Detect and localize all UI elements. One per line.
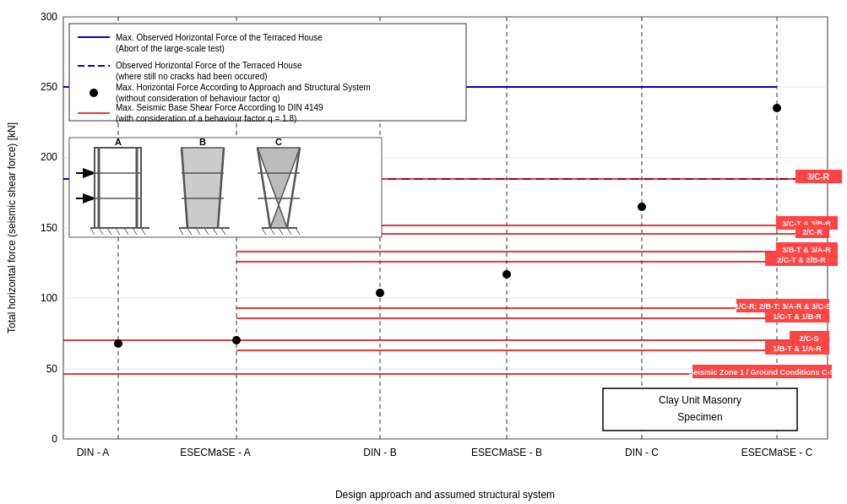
svg-text:Seismic Zone 1 / Ground Condit: Seismic Zone 1 / Ground Conditions C-S [688,368,834,377]
svg-marker-82 [182,148,224,228]
svg-text:A: A [115,137,122,147]
chart-container: 0 50 100 150 200 250 300 Total horizonta… [0,0,847,504]
svg-point-57 [502,270,511,279]
svg-text:Total horizontal force (seismi: Total horizontal force (seismic shear fo… [6,122,18,333]
svg-text:B: B [199,137,206,147]
svg-rect-65 [69,138,382,237]
x-label-esec-b: ESECMaSE - B [471,447,542,458]
legend-text-1b: (Abort of the large-scale test) [116,44,225,53]
x-axis-title: Design approach and assumed structural s… [335,489,555,501]
legend-text-1: Max. Observed Horizontal Force of the Te… [116,33,323,42]
svg-text:50: 50 [46,363,58,375]
svg-text:200: 200 [41,151,57,163]
svg-text:2/C-R: 2/C-R [802,228,823,236]
svg-point-54 [114,339,122,348]
svg-point-59 [773,104,781,112]
svg-text:150: 150 [41,222,57,234]
x-label-din-c: DIN - C [625,447,659,458]
x-label-esec-a: ESECMaSE - A [180,447,250,458]
svg-point-55 [232,336,241,344]
specimen-label-line2: Specimen [677,411,722,423]
legend-text-3b: (without consideration of behaviour fact… [116,94,280,103]
svg-text:250: 250 [41,81,57,93]
legend-text-4b: (with consideration of a behaviour facto… [116,114,296,123]
svg-text:100: 100 [41,292,57,304]
legend-text-2b: (where still no cracks had been occured) [116,72,268,81]
x-label-esec-c: ESECMaSE - C [741,447,813,458]
svg-point-56 [376,289,384,297]
svg-text:C: C [275,137,282,147]
svg-text:1/C-T & 1/B-R: 1/C-T & 1/B-R [773,312,822,321]
svg-text:1/B-T & 1/A-R: 1/B-T & 1/A-R [773,344,822,353]
legend-text-3: Max. Horizontal Force According to Appro… [116,83,371,92]
svg-text:2/C-T & 2/B-R: 2/C-T & 2/B-R [777,256,826,264]
legend-text-2: Observed Horizontal Force of the Terrace… [116,61,302,70]
x-label-din-a: DIN - A [77,447,110,458]
x-label-din-b: DIN - B [363,447,396,458]
label-3cr: 3/C-R [807,172,830,182]
legend-text-4: Max. Seismic Base Shear Force According … [116,103,323,112]
svg-point-58 [638,203,646,211]
svg-point-63 [90,89,98,97]
svg-text:0: 0 [52,433,57,445]
svg-text:300: 300 [41,11,57,23]
specimen-label-line1: Clay Unit Masonry [659,394,741,406]
